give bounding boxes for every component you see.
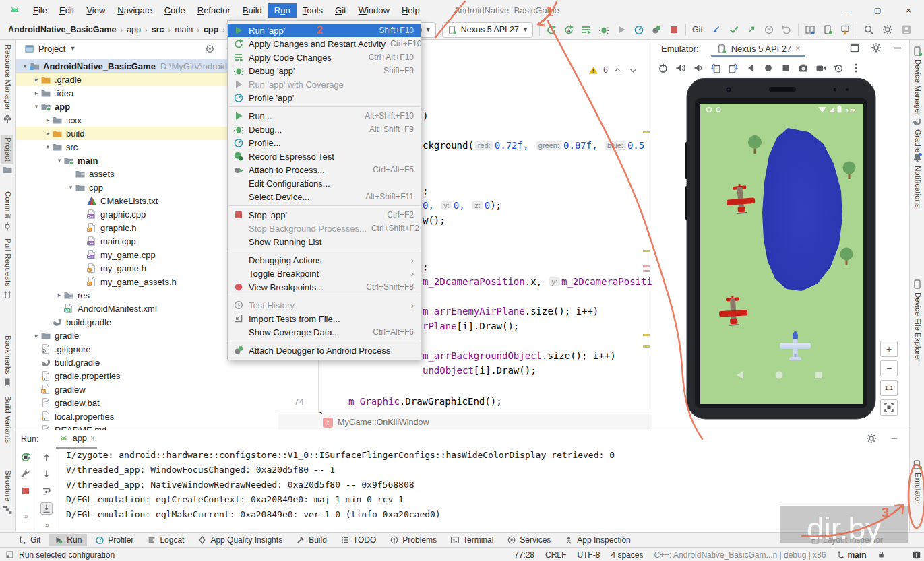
menu-item-view-breakpoints[interactable]: View Breakpoints...Ctrl+Shift+F8 <box>228 280 421 294</box>
more-icon[interactable]: » <box>24 512 27 520</box>
menu-item-test-history[interactable]: Test History› <box>228 298 421 312</box>
close-icon[interactable]: × <box>90 434 95 443</box>
phone-volume-button[interactable] <box>685 186 687 220</box>
gear-icon[interactable] <box>866 433 877 444</box>
run-console[interactable]: I/zygote: android::hardware::configstore… <box>66 448 615 522</box>
zoom-1:1-button[interactable]: 1:1 <box>880 380 898 396</box>
menu-refactor[interactable]: Refactor <box>191 3 237 18</box>
toolwindow-app-inspection[interactable]: App Inspection <box>559 534 636 546</box>
settings-icon[interactable] <box>871 42 882 53</box>
inspections-widget[interactable]: 6 <box>588 65 639 75</box>
menu-item-edit-configurations[interactable]: Edit Configurations... <box>228 176 421 190</box>
menu-item-debugging-actions[interactable]: Debugging Actions› <box>228 253 421 267</box>
git-rollback-icon[interactable] <box>781 24 792 35</box>
stripe-tab-bookmarks[interactable]: Bookmarks <box>0 335 15 388</box>
menu-navigate[interactable]: Navigate <box>111 3 158 18</box>
menu-window[interactable]: Window <box>352 3 396 18</box>
phone-volume-button[interactable] <box>685 142 687 179</box>
emulator-device-tab[interactable]: Nexus 5 API 27 × <box>714 40 803 57</box>
stripe-tab-structure[interactable]: Structure <box>0 470 15 515</box>
restart-icon[interactable] <box>546 24 557 35</box>
git-update-icon[interactable] <box>711 24 722 35</box>
locate-file-icon[interactable] <box>204 43 215 54</box>
breadcrumb-cpp[interactable]: cpp <box>204 25 218 34</box>
menu-item-show-coverage-data[interactable]: Show Coverage Data...Ctrl+Alt+F6 <box>228 325 421 339</box>
toolwindow-build[interactable]: Build <box>290 534 332 546</box>
breadcrumb-app[interactable]: app <box>127 25 141 34</box>
menu-item-record-espresso-test[interactable]: Record Espresso Test <box>228 150 421 163</box>
diff-icon[interactable] <box>805 24 815 35</box>
chevron-down-icon[interactable]: ▼ <box>69 45 75 52</box>
stop-icon[interactable] <box>669 24 679 35</box>
menu-item-apply-changes-and-restart-activity[interactable]: Apply Changes and Restart ActivityCtrl+F… <box>228 37 421 51</box>
toolwindow-problems[interactable]: Problems <box>384 534 442 546</box>
camera-icon[interactable] <box>798 63 809 73</box>
debug-icon[interactable] <box>598 24 609 35</box>
game-screen[interactable]: 9:28 <box>700 104 863 404</box>
minimize-icon[interactable] <box>892 42 903 53</box>
zoom-+-button[interactable]: + <box>880 341 898 357</box>
device-tab-icon[interactable] <box>822 24 833 35</box>
breadcrumb-main[interactable]: main <box>175 25 193 34</box>
profile-icon[interactable] <box>634 24 644 35</box>
nav-square-icon[interactable] <box>780 63 791 73</box>
chevron-right-icon[interactable]: ▸ <box>55 292 63 298</box>
menu-item-debug[interactable]: Debug...Alt+Shift+F9 <box>228 123 421 136</box>
menu-item-profile[interactable]: Profile... <box>228 136 421 150</box>
line-separator[interactable]: CRLF <box>545 550 566 560</box>
rotate-ccw-icon[interactable] <box>710 63 721 73</box>
close-button[interactable]: × <box>893 5 924 15</box>
snapshot-icon[interactable] <box>833 63 844 73</box>
stripe-tab-device-manager[interactable]: Device Manager <box>910 46 924 116</box>
stop-icon[interactable] <box>20 486 31 496</box>
arrow-up-icon[interactable] <box>41 452 52 463</box>
maximize-button[interactable]: ▢ <box>862 6 893 15</box>
avatar-icon[interactable] <box>901 24 912 35</box>
scrollend-icon[interactable] <box>40 502 53 515</box>
stripe-tab-project[interactable]: Project <box>0 137 15 175</box>
toolwindow-app-quality-insights[interactable]: App Quality Insights <box>192 534 288 546</box>
git-branch[interactable]: main <box>836 550 866 560</box>
event-log-icon[interactable] <box>912 550 921 560</box>
git-push-icon[interactable] <box>746 24 757 35</box>
float-icon[interactable] <box>849 42 860 53</box>
vol-up-icon[interactable] <box>675 63 686 73</box>
prev-warning-icon[interactable] <box>613 65 623 75</box>
chevron-down-icon[interactable]: ▾ <box>32 103 40 110</box>
stripe-tab-gradle[interactable]: Gradle <box>910 116 924 153</box>
file-encoding[interactable]: UTF-8 <box>577 550 600 560</box>
menu-view[interactable]: View <box>80 3 111 18</box>
menu-item-stop-app[interactable]: Stop 'app'Ctrl+F2 <box>228 208 421 222</box>
stripe-tab-pull-requests[interactable]: Pull Requests <box>0 238 15 300</box>
menu-run[interactable]: Run <box>268 3 297 18</box>
zoom-fit-button[interactable] <box>880 399 898 416</box>
menu-item-run-app[interactable]: Run 'app'Shift+F10 <box>228 24 421 37</box>
stripe-tab-emulator[interactable]: Emulator <box>910 459 924 504</box>
next-warning-icon[interactable] <box>628 65 639 75</box>
zoom-−-button[interactable]: − <box>880 360 898 376</box>
chevron-down-icon[interactable]: ▾ <box>44 143 52 150</box>
menu-item-profile-app[interactable]: Profile 'app' <box>228 91 421 104</box>
menu-item-show-running-list[interactable]: Show Running List <box>228 235 421 249</box>
softwrap-icon[interactable] <box>41 486 52 496</box>
tree-item-gradlew[interactable]: Hgradlew <box>16 383 278 396</box>
stripe-tab-resource-manager[interactable]: Resource Manager <box>0 44 15 124</box>
menu-item-apply-code-changes[interactable]: Apply Code ChangesCtrl+Alt+F10 <box>228 51 421 64</box>
tree-item-local.properties[interactable]: local.properties <box>16 409 278 423</box>
arrow-down-icon[interactable] <box>41 469 52 480</box>
toolwindow-logcat[interactable]: Logcat <box>142 534 189 546</box>
wrench-icon[interactable] <box>20 469 31 480</box>
chevron-down-icon[interactable]: ▾ <box>55 157 63 164</box>
power-icon[interactable] <box>658 63 669 73</box>
rotate-cw-icon[interactable] <box>728 63 739 73</box>
close-icon[interactable]: × <box>795 44 800 53</box>
run-tab-app[interactable]: app × <box>56 430 97 449</box>
toolwindow-icon[interactable] <box>5 550 14 559</box>
attach-android-icon[interactable] <box>651 24 662 35</box>
video-icon[interactable] <box>815 63 826 73</box>
menu-edit[interactable]: Edit <box>53 3 80 18</box>
emulator-phone[interactable]: 9:28 <box>685 78 877 421</box>
apply-a-icon[interactable]: A <box>563 24 574 35</box>
code-changes-icon[interactable] <box>581 24 592 35</box>
menu-git[interactable]: Git <box>329 3 352 18</box>
